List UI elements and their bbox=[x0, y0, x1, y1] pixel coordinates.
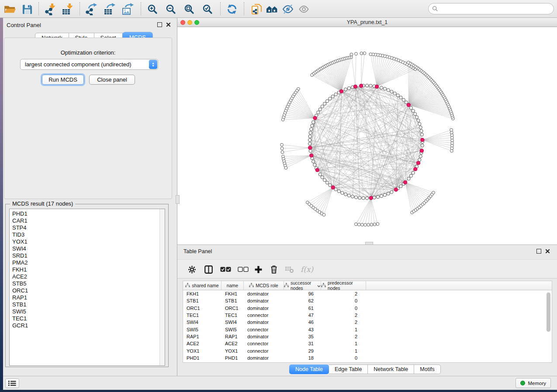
delete-column-icon[interactable] bbox=[270, 264, 278, 275]
table-row[interactable]: RAP1RAP1dominator352 bbox=[183, 333, 552, 340]
cell-name: SWI5 bbox=[221, 327, 244, 332]
close-panel-icon[interactable] bbox=[166, 22, 171, 27]
mcds-result-item[interactable]: STB1 bbox=[12, 301, 165, 308]
mcds-result-item[interactable]: STP4 bbox=[12, 224, 165, 231]
mcds-result-item[interactable]: PHD1 bbox=[12, 210, 165, 217]
run-mcds-button[interactable]: Run MCDS bbox=[42, 75, 84, 85]
table-row[interactable]: PHD1PHD1dominator180 bbox=[183, 354, 552, 361]
select-all-icon[interactable] bbox=[220, 264, 231, 275]
table-row[interactable]: TEC1TEC1connector472 bbox=[183, 312, 552, 319]
vertical-splitter-handle[interactable] bbox=[176, 195, 180, 204]
cell-predecessor_nodes: 2 bbox=[321, 313, 366, 318]
table-row[interactable]: YOX1YOX1connector291 bbox=[183, 347, 552, 354]
column-header-name[interactable]: name bbox=[221, 281, 244, 290]
cell-predecessor_nodes: 1 bbox=[321, 348, 366, 354]
zoom-out-icon[interactable] bbox=[164, 3, 177, 15]
search-input[interactable] bbox=[440, 5, 554, 12]
tab-node-table[interactable]: Node Table bbox=[289, 364, 329, 374]
columns-icon[interactable] bbox=[204, 264, 213, 275]
network-window-title: YPA_prune.txt_1 bbox=[177, 19, 557, 25]
column-header-successor-nodes[interactable]: successor nodes bbox=[284, 281, 321, 290]
network-view-canvas[interactable] bbox=[177, 27, 557, 244]
table-row[interactable]: FKH1FKH1dominator962 bbox=[183, 290, 552, 297]
cell-shared_name: PHD1 bbox=[183, 355, 221, 361]
result-list-scrollbar[interactable] bbox=[159, 209, 165, 365]
search-field[interactable] bbox=[428, 3, 554, 14]
cell-shared_name: RAP1 bbox=[183, 334, 221, 339]
column-header-predecessor-nodes[interactable]: predecessor nodes bbox=[321, 281, 366, 290]
cell-successor_nodes: 29 bbox=[284, 348, 321, 354]
cell-mcds_role: connector bbox=[244, 348, 284, 354]
show-all-eye-icon[interactable] bbox=[297, 3, 310, 15]
cell-predecessor_nodes: 2 bbox=[321, 320, 366, 325]
mcds-result-item[interactable]: GCR1 bbox=[12, 322, 165, 329]
mcds-result-item[interactable]: SRD1 bbox=[12, 252, 165, 259]
hide-selected-eye-slash-icon[interactable] bbox=[281, 3, 294, 15]
table-row[interactable]: ACE2ACE2connector311 bbox=[183, 340, 552, 347]
control-panel: Control Panel Network Style Select MCDS … bbox=[3, 18, 177, 376]
zoom-fit-icon[interactable] bbox=[183, 3, 196, 15]
mcds-result-item[interactable]: TID3 bbox=[12, 231, 165, 238]
export-image-icon[interactable] bbox=[121, 3, 135, 15]
criterion-dropdown[interactable]: largest connected component (undirected)… bbox=[20, 59, 158, 70]
show-task-history-button[interactable] bbox=[5, 378, 19, 388]
mcds-result-item[interactable]: STB5 bbox=[12, 280, 165, 287]
cell-shared_name: STB1 bbox=[183, 298, 221, 303]
mcds-result-item[interactable]: RAP1 bbox=[12, 294, 165, 301]
mcds-result-list[interactable]: PHD1CAR1STP4TID3YOX1SWI4SRD1PMA2FKH1ACE2… bbox=[9, 209, 165, 366]
cell-predecessor_nodes: 0 bbox=[321, 298, 366, 303]
gear-icon[interactable] bbox=[188, 264, 196, 275]
column-header-MCDS-role[interactable]: MCDS role bbox=[244, 281, 284, 290]
zoom-in-icon[interactable] bbox=[146, 3, 159, 15]
cell-name: PHD1 bbox=[221, 355, 244, 361]
network-window-titlebar[interactable]: YPA_prune.txt_1 bbox=[177, 18, 557, 27]
open-session-icon[interactable] bbox=[3, 3, 17, 15]
cell-mcds_role: dominator bbox=[244, 320, 284, 325]
apply-layout-icon[interactable] bbox=[225, 3, 239, 15]
float-panel-icon[interactable] bbox=[536, 249, 541, 254]
mcds-result-item[interactable]: PMA2 bbox=[12, 259, 165, 266]
import-table-icon[interactable] bbox=[61, 3, 74, 15]
zoom-selected-icon[interactable] bbox=[201, 3, 214, 15]
cell-mcds_role: dominator bbox=[244, 355, 284, 361]
toolbar-separator bbox=[244, 2, 244, 15]
cell-mcds_role: dominator bbox=[244, 298, 284, 303]
clone-network-icon[interactable] bbox=[250, 3, 263, 15]
mcds-result-item[interactable]: FKH1 bbox=[12, 266, 165, 273]
cell-predecessor_nodes: 1 bbox=[321, 327, 366, 332]
mcds-result-item[interactable]: CAR1 bbox=[12, 217, 165, 224]
table-row[interactable]: SWI4SWI4dominator462 bbox=[183, 319, 552, 326]
mcds-result-item[interactable]: ORC1 bbox=[12, 287, 165, 294]
column-header-shared-name[interactable]: shared name bbox=[183, 281, 221, 290]
mcds-result-item[interactable]: SWI4 bbox=[12, 245, 165, 252]
mcds-result-item[interactable]: TEC1 bbox=[12, 315, 165, 322]
mcds-result-item[interactable]: YOX1 bbox=[12, 238, 165, 245]
import-network-icon[interactable] bbox=[44, 3, 57, 15]
table-row[interactable]: ORC1ORC1dominator610 bbox=[183, 305, 552, 312]
cell-name: STB1 bbox=[221, 298, 244, 303]
tab-edge-table[interactable]: Edge Table bbox=[329, 364, 368, 374]
mcds-result-item[interactable]: SWI5 bbox=[12, 308, 165, 315]
export-network-icon[interactable] bbox=[85, 3, 98, 15]
table-row[interactable]: STB1STB1dominator620 bbox=[183, 297, 552, 304]
tab-network-table[interactable]: Network Table bbox=[368, 364, 414, 374]
deselect-all-icon[interactable] bbox=[238, 264, 249, 275]
cell-shared_name: FKH1 bbox=[183, 291, 221, 296]
neighborhood-houses-icon[interactable] bbox=[266, 3, 279, 15]
toolbar-separator bbox=[220, 2, 221, 15]
mcds-result-item[interactable]: ACE2 bbox=[12, 273, 165, 280]
hierarchy-icon bbox=[249, 283, 254, 288]
cell-mcds_role: dominator bbox=[244, 334, 284, 339]
export-table-icon[interactable] bbox=[103, 3, 116, 15]
table-row[interactable]: SWI5SWI5connector431 bbox=[183, 326, 552, 333]
tab-motifs[interactable]: Motifs bbox=[414, 364, 440, 374]
close-panel-icon[interactable] bbox=[545, 249, 550, 254]
close-panel-button[interactable]: Close panel bbox=[89, 75, 135, 85]
table-scrollbar-thumb[interactable] bbox=[547, 292, 550, 332]
save-session-icon[interactable] bbox=[21, 3, 34, 15]
criterion-dropdown-value: largest connected component (undirected) bbox=[25, 61, 149, 68]
memory-button[interactable]: Memory bbox=[515, 378, 551, 388]
optimization-criterion-label: Optimization criterion: bbox=[4, 49, 172, 56]
float-panel-icon[interactable] bbox=[157, 22, 162, 27]
add-column-icon[interactable] bbox=[254, 264, 263, 275]
